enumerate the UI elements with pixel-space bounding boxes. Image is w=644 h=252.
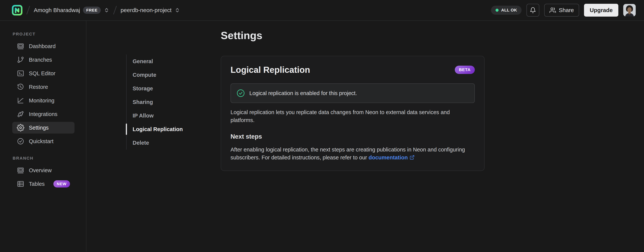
sidebar-item-label: Quickstart — [29, 138, 54, 144]
integrations-icon — [17, 110, 24, 118]
table-icon — [17, 180, 24, 188]
dashboard-icon — [17, 42, 24, 50]
project-name: peerdb-neon-project — [120, 7, 172, 14]
sidebar-item-monitoring[interactable]: Monitoring — [12, 95, 74, 106]
beta-badge: BETA — [455, 66, 475, 74]
documentation-link[interactable]: documentation — [368, 154, 408, 160]
account-name: Amogh Bharadwaj — [34, 7, 80, 14]
breadcrumb-separator — [26, 6, 30, 14]
sidebar-item-dashboard[interactable]: Dashboard — [12, 40, 74, 52]
share-button[interactable]: Share — [544, 4, 579, 16]
notifications-button[interactable] — [526, 4, 539, 16]
sidebar-item-label: Restore — [29, 84, 48, 90]
sidebar-item-quickstart[interactable]: Quickstart — [12, 136, 74, 147]
sidebar-item-integrations[interactable]: Integrations — [12, 108, 74, 120]
sidebar-item-label: SQL Editor — [29, 70, 56, 76]
sidebar-section-branch: BRANCH — [13, 156, 81, 161]
card-description: Logical replication lets you replicate d… — [230, 108, 475, 124]
neon-logo-icon[interactable] — [12, 5, 23, 16]
sidebar-section-project: PROJECT — [13, 32, 81, 36]
chevron-updown-icon — [174, 7, 180, 13]
share-label: Share — [559, 7, 574, 14]
status-dot-icon — [496, 9, 498, 12]
card-title: Logical Replication — [230, 64, 310, 75]
history-icon — [17, 83, 24, 91]
plan-badge: FREE — [83, 6, 101, 14]
breadcrumb-account[interactable]: Amogh Bharadwaj FREE — [34, 6, 110, 14]
next-steps-title: Next steps — [230, 133, 475, 140]
subnav-item-general[interactable]: General — [126, 54, 183, 68]
check-circle-icon — [236, 89, 245, 97]
subnav-item-sharing[interactable]: Sharing — [126, 95, 183, 109]
gear-icon — [17, 124, 24, 132]
sidebar-item-label: Overview — [29, 167, 52, 174]
bell-icon — [530, 7, 536, 14]
users-icon — [550, 7, 556, 14]
success-alert: Logical replication is enabled for this … — [230, 83, 475, 103]
logical-replication-card: Logical Replication BETA Logical replica… — [221, 56, 484, 171]
git-branch-icon — [17, 56, 24, 64]
new-badge: NEW — [54, 180, 70, 188]
terminal-icon — [17, 70, 24, 77]
chevron-updown-icon — [104, 7, 110, 13]
page-title: Settings — [221, 29, 488, 42]
settings-subnav: General Compute Storage Sharing IP Allow… — [126, 54, 183, 150]
next-steps-text: After enabling logical replication, the … — [230, 146, 465, 160]
sidebar-item-label: Branches — [29, 57, 52, 63]
window-icon — [17, 166, 24, 174]
breadcrumb-project[interactable]: peerdb-neon-project — [120, 7, 180, 14]
sidebar-item-overview[interactable]: Overview — [12, 164, 74, 176]
chart-line-icon — [17, 97, 24, 104]
sidebar-item-settings[interactable]: Settings — [12, 122, 74, 134]
subnav-item-storage[interactable]: Storage — [126, 82, 183, 95]
breadcrumb-separator — [113, 6, 117, 14]
subnav-item-compute[interactable]: Compute — [126, 68, 183, 82]
subnav-item-delete[interactable]: Delete — [126, 136, 183, 150]
sidebar-item-label: Settings — [29, 125, 49, 131]
subnav-item-ip-allow[interactable]: IP Allow — [126, 109, 183, 122]
sidebar-item-label: Monitoring — [29, 98, 54, 104]
sidebar-item-sql-editor[interactable]: SQL Editor — [12, 68, 74, 79]
next-steps-paragraph: After enabling logical replication, the … — [230, 146, 475, 162]
external-link-icon[interactable] — [410, 155, 414, 160]
sidebar-item-label: Integrations — [29, 111, 58, 117]
alert-text: Logical replication is enabled for this … — [250, 90, 357, 96]
user-avatar[interactable] — [623, 4, 636, 16]
status-text: ALL OK — [501, 8, 517, 13]
sidebar-item-branches[interactable]: Branches — [12, 54, 74, 66]
upgrade-button[interactable]: Upgrade — [584, 4, 618, 16]
sidebar-item-label: Dashboard — [29, 43, 56, 50]
top-bar: Amogh Bharadwaj FREE peerdb-neon-project… — [0, 0, 644, 21]
sidebar: PROJECT Dashboard Branches SQL Editor — [0, 21, 86, 252]
subnav-item-logical-replication[interactable]: Logical Replication — [126, 122, 183, 136]
sidebar-item-restore[interactable]: Restore — [12, 81, 74, 93]
status-badge[interactable]: ALL OK — [491, 6, 522, 15]
sidebar-item-label: Tables — [29, 181, 45, 187]
check-circle-icon — [17, 138, 24, 145]
sidebar-item-tables[interactable]: Tables NEW — [12, 178, 74, 190]
